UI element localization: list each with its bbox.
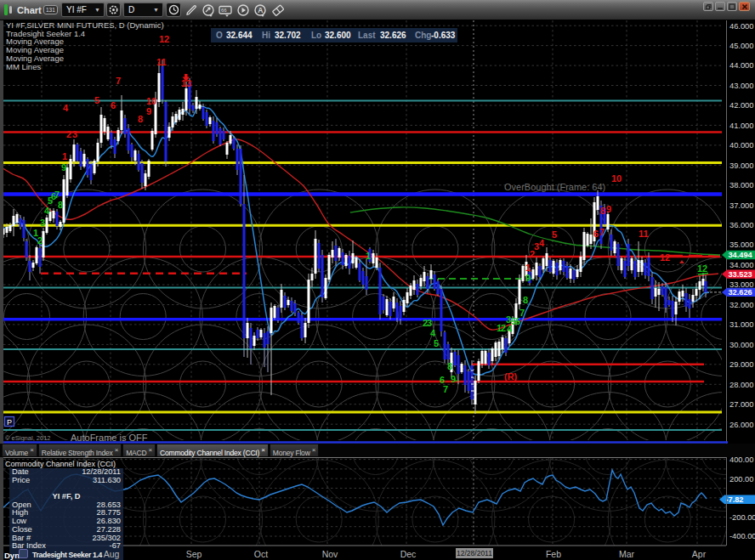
svg-text:OverBought (Frame: 64): OverBought (Frame: 64) <box>504 182 605 192</box>
svg-text:32.626: 32.626 <box>380 31 406 40</box>
svg-text:31.000: 31.000 <box>729 320 753 329</box>
svg-text:-0.633: -0.633 <box>431 31 456 40</box>
svg-text:66: 66 <box>221 8 227 13</box>
svg-text:29.000: 29.000 <box>729 360 753 369</box>
svg-text:11: 11 <box>639 229 649 239</box>
svg-text:7: 7 <box>519 308 525 318</box>
svg-text:(R): (R) <box>504 371 518 382</box>
svg-text:1: 1 <box>366 251 371 261</box>
svg-text:5: 5 <box>94 95 99 105</box>
svg-text:3: 3 <box>40 218 45 228</box>
svg-text:34.494: 34.494 <box>729 251 753 259</box>
svg-text:1: 1 <box>525 263 531 273</box>
svg-text:12: 12 <box>159 34 169 44</box>
svg-text:9: 9 <box>606 204 611 214</box>
svg-text:45.000: 45.000 <box>729 42 753 50</box>
svg-text:P: P <box>7 418 12 427</box>
svg-text:42.000: 42.000 <box>729 101 753 110</box>
svg-text:-400.00: -400.00 <box>729 532 755 540</box>
svg-text:2: 2 <box>37 235 43 246</box>
svg-text:9: 9 <box>525 273 531 283</box>
svg-text:AutoFrame is OFF: AutoFrame is OFF <box>71 433 148 443</box>
svg-text:Lo: Lo <box>311 31 321 40</box>
svg-text:37.000: 37.000 <box>729 201 753 210</box>
svg-text:Chg: Chg <box>415 31 431 40</box>
svg-text:2: 2 <box>66 129 71 139</box>
svg-text:33.523: 33.523 <box>729 270 752 279</box>
svg-text:43.000: 43.000 <box>729 82 753 90</box>
svg-text:7: 7 <box>599 227 605 237</box>
svg-text:40.000: 40.000 <box>729 141 753 150</box>
svg-text:-200.00: -200.00 <box>729 513 755 522</box>
svg-text:41.000: 41.000 <box>729 122 753 130</box>
svg-text:44.000: 44.000 <box>729 61 753 70</box>
svg-text:5: 5 <box>552 229 557 240</box>
svg-text:35.000: 35.000 <box>729 240 753 249</box>
svg-text:7: 7 <box>116 76 121 86</box>
svg-text:8: 8 <box>447 361 452 371</box>
svg-text:26.000: 26.000 <box>729 421 753 429</box>
svg-text:8: 8 <box>523 295 528 305</box>
svg-text:34.000: 34.000 <box>729 261 753 269</box>
svg-text:9: 9 <box>146 106 151 116</box>
svg-text:28.000: 28.000 <box>729 381 753 389</box>
svg-text:8: 8 <box>600 206 605 216</box>
svg-text:3: 3 <box>72 129 77 139</box>
svg-text:© eSignal, 2012: © eSignal, 2012 <box>5 434 50 442</box>
svg-text:39.000: 39.000 <box>729 161 753 170</box>
svg-text:12: 12 <box>660 252 670 263</box>
svg-text:27.000: 27.000 <box>729 400 753 409</box>
svg-text:32.702: 32.702 <box>275 31 301 40</box>
svg-text:8: 8 <box>138 114 143 124</box>
svg-text:46.000: 46.000 <box>729 22 753 31</box>
svg-text:5: 5 <box>434 338 439 348</box>
svg-text:11: 11 <box>156 57 167 67</box>
svg-text:32.644: 32.644 <box>226 31 253 40</box>
svg-text:4: 4 <box>539 238 545 248</box>
svg-text:12: 12 <box>697 263 707 274</box>
svg-text:6: 6 <box>593 229 599 239</box>
svg-text:3: 3 <box>427 318 432 328</box>
svg-text:9: 9 <box>61 162 66 173</box>
svg-text:7: 7 <box>54 189 60 200</box>
svg-text:Last: Last <box>358 31 376 40</box>
svg-text:32.000: 32.000 <box>729 301 753 309</box>
svg-text:32.626: 32.626 <box>729 288 752 297</box>
svg-text:6: 6 <box>111 100 116 110</box>
svg-text:4: 4 <box>63 103 69 113</box>
svg-text:9: 9 <box>451 374 456 384</box>
svg-text:7: 7 <box>443 384 448 394</box>
svg-text:8: 8 <box>58 200 63 210</box>
svg-text:10: 10 <box>146 96 156 106</box>
svg-text:MM Lines: MM Lines <box>6 62 41 71</box>
svg-text:10: 10 <box>611 173 622 184</box>
svg-text:36.000: 36.000 <box>729 221 753 229</box>
svg-text:4: 4 <box>44 206 50 216</box>
svg-text:O: O <box>216 31 223 40</box>
svg-text:38.000: 38.000 <box>729 181 753 189</box>
svg-text:200.00: 200.00 <box>729 475 753 484</box>
svg-text:-7.82: -7.82 <box>726 495 744 504</box>
svg-text:A: A <box>258 6 263 14</box>
svg-text:4: 4 <box>430 328 436 338</box>
svg-text:30.000: 30.000 <box>729 341 753 349</box>
svg-text:1: 1 <box>62 151 67 161</box>
svg-text:Hi: Hi <box>262 31 270 40</box>
svg-text:32.600: 32.600 <box>325 31 351 40</box>
